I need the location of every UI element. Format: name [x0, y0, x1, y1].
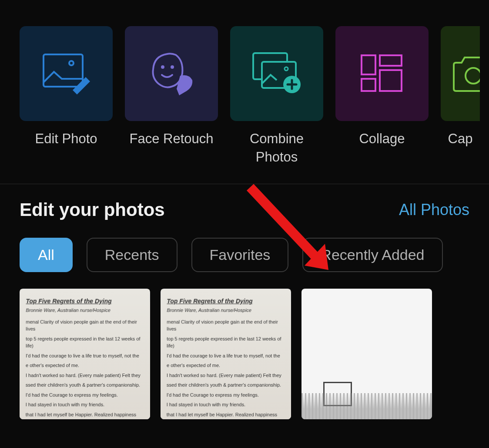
filter-recents[interactable]: Recents [87, 238, 178, 272]
svg-rect-9 [380, 55, 402, 66]
thumbnail-grid: Top Five Regrets of the Dying Bronnie Wa… [20, 289, 469, 419]
tool-collage[interactable]: Collage [335, 26, 429, 166]
svg-point-2 [161, 65, 164, 69]
photos-header: Edit your photos All Photos [20, 199, 469, 220]
tool-label: Cap [448, 130, 473, 148]
tool-tile-combine-photos[interactable] [230, 26, 323, 121]
svg-point-12 [466, 68, 480, 84]
tools-carousel: Edit Photo Face Retouch Combine [0, 0, 489, 179]
camera-icon [449, 54, 480, 93]
photo-thumbnail[interactable] [301, 289, 432, 419]
filter-all[interactable]: All [20, 238, 73, 272]
tool-label: Edit Photo [35, 130, 97, 148]
thumbnail-content: Top Five Regrets of the Dying Bronnie Wa… [20, 289, 150, 419]
tool-tile-capture[interactable] [441, 26, 480, 121]
filter-recently-added[interactable]: Recently Added [302, 238, 442, 272]
collage-icon [358, 52, 406, 95]
svg-point-1 [69, 61, 74, 65]
tool-label: Collage [359, 130, 405, 148]
svg-rect-10 [362, 79, 375, 91]
face-retouch-icon [145, 50, 198, 98]
tool-combine-photos[interactable]: Combine Photos [230, 26, 323, 166]
tool-tile-face-retouch[interactable] [125, 26, 218, 121]
combine-photos-icon [250, 50, 304, 98]
photos-section: Edit your photos All Photos All Recents … [0, 184, 489, 432]
tool-tile-edit-photo[interactable] [20, 26, 113, 121]
tool-label: Face Retouch [130, 130, 214, 148]
tool-label: Combine Photos [230, 130, 323, 166]
svg-point-3 [171, 65, 174, 69]
section-title: Edit your photos [20, 199, 165, 220]
photo-thumbnail[interactable]: Top Five Regrets of the Dying Bronnie Wa… [20, 289, 150, 419]
svg-rect-11 [380, 70, 402, 91]
edit-photo-icon [40, 51, 92, 97]
filter-pills: All Recents Favorites Recently Added [20, 238, 469, 272]
svg-rect-0 [44, 54, 83, 87]
tool-capture-partial[interactable]: Cap [441, 26, 480, 166]
tool-tile-collage[interactable] [335, 26, 429, 121]
all-photos-link[interactable]: All Photos [399, 201, 469, 219]
tool-face-retouch[interactable]: Face Retouch [125, 26, 218, 166]
photo-thumbnail[interactable]: Top Five Regrets of the Dying Bronnie Wa… [161, 289, 291, 419]
thumbnail-content: Top Five Regrets of the Dying Bronnie Wa… [161, 289, 291, 419]
filter-favorites[interactable]: Favorites [191, 238, 289, 272]
svg-rect-8 [362, 55, 375, 74]
tool-edit-photo[interactable]: Edit Photo [20, 26, 113, 166]
